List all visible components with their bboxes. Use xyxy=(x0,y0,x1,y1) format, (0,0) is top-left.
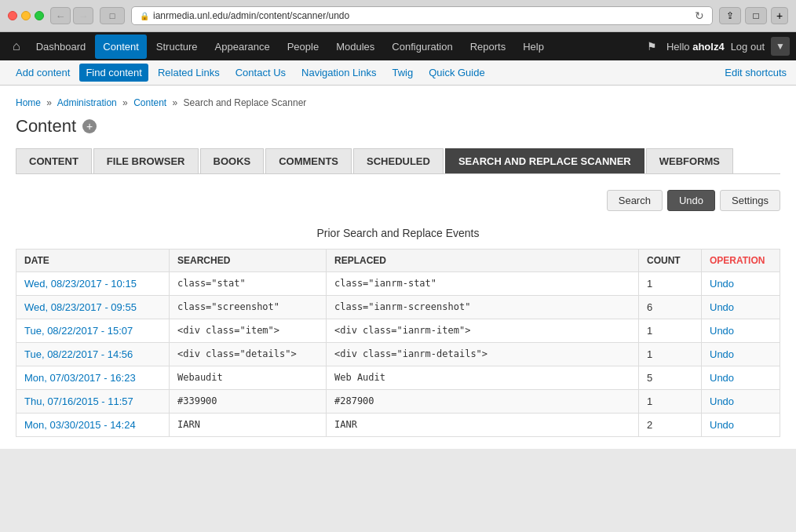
cell-date: Thu, 07/16/2015 - 11:57 xyxy=(16,390,170,414)
cell-replaced: #287900 xyxy=(327,390,639,414)
nav-item-structure[interactable]: Structure xyxy=(148,35,206,59)
nav-item-configuration[interactable]: Configuration xyxy=(384,35,460,59)
share-button[interactable]: ⇪ xyxy=(719,7,741,24)
close-button[interactable] xyxy=(8,11,17,20)
cell-searched: class="screenshot" xyxy=(170,296,327,319)
url-bar[interactable]: 🔒 ianrmedia.unl.edu/admin/content/scanne… xyxy=(131,6,713,25)
table-row: Tue, 08/22/2017 - 14:56<div class="detai… xyxy=(16,343,780,366)
tab-scheduled[interactable]: SCHEDULED xyxy=(353,148,444,173)
cell-date: Wed, 08/23/2017 - 09:55 xyxy=(16,296,170,319)
col-replaced-header: REPLACED xyxy=(327,250,639,272)
lock-icon: 🔒 xyxy=(140,12,149,20)
table-title: Prior Search and Replace Events xyxy=(16,227,780,239)
breadcrumb-current: Search and Replace Scanner xyxy=(184,97,307,108)
undo-link[interactable]: Undo xyxy=(710,325,734,337)
cell-date: Wed, 08/23/2017 - 10:15 xyxy=(16,272,170,296)
undo-link[interactable]: Undo xyxy=(710,419,734,431)
content-tabs: CONTENT FILE BROWSER BOOKS COMMENTS SCHE… xyxy=(16,148,780,174)
nav-buttons: ← → xyxy=(50,7,93,24)
back-button[interactable]: ← xyxy=(50,7,71,24)
cell-searched: <div class="item"> xyxy=(170,319,327,343)
url-text: ianrmedia.unl.edu/admin/content/scanner/… xyxy=(153,10,691,21)
tab-webforms[interactable]: WEBFORMS xyxy=(646,148,733,173)
tab-books[interactable]: BOOKS xyxy=(200,148,265,173)
secondary-nav: Add content Find content Related Links C… xyxy=(0,60,796,86)
cell-operation: Undo xyxy=(702,343,780,366)
undo-link[interactable]: Undo xyxy=(710,278,734,290)
tab-content[interactable]: CONTENT xyxy=(16,148,92,173)
cell-searched: IARN xyxy=(170,414,327,437)
undo-button[interactable]: Undo xyxy=(667,190,715,211)
cell-searched: #339900 xyxy=(170,390,327,414)
col-count-header: COUNT xyxy=(639,250,702,272)
cell-replaced: IANR xyxy=(327,414,639,437)
tab-file-browser[interactable]: FILE BROWSER xyxy=(93,148,199,173)
search-button[interactable]: Search xyxy=(607,190,663,211)
breadcrumb-content[interactable]: Content xyxy=(133,97,166,108)
table-row: Wed, 08/23/2017 - 09:55class="screenshot… xyxy=(16,296,780,319)
add-content-plus-icon[interactable]: + xyxy=(82,119,97,133)
undo-link[interactable]: Undo xyxy=(710,395,734,407)
cell-count: 1 xyxy=(639,343,702,366)
admin-nav-bar: ⌂ Dashboard Content Structure Appearance… xyxy=(0,32,796,60)
page-title-row: Content + xyxy=(16,116,780,137)
table-row: Wed, 08/23/2017 - 10:15class="stat"class… xyxy=(16,272,780,296)
sec-nav-navigation-links[interactable]: Navigation Links xyxy=(295,64,382,82)
cell-count: 5 xyxy=(639,366,702,390)
minimize-button[interactable] xyxy=(21,11,31,20)
breadcrumb-home[interactable]: Home xyxy=(16,97,41,108)
breadcrumb: Home » Administration » Content » Search… xyxy=(16,97,780,108)
page-content: Home » Administration » Content » Search… xyxy=(0,86,796,449)
cell-count: 2 xyxy=(639,414,702,437)
action-buttons-row: Search Undo Settings xyxy=(16,190,780,211)
new-tab-button[interactable]: □ xyxy=(745,7,767,24)
nav-item-modules[interactable]: Modules xyxy=(328,35,382,59)
cell-replaced: Web Audit xyxy=(327,366,639,390)
nav-item-dashboard[interactable]: Dashboard xyxy=(28,35,94,59)
table-row: Mon, 07/03/2017 - 16:23WebauditWeb Audit… xyxy=(16,366,780,390)
sec-nav-contact-us[interactable]: Contact Us xyxy=(229,64,292,82)
reload-icon[interactable]: ↻ xyxy=(695,9,704,22)
cell-operation: Undo xyxy=(702,390,780,414)
undo-link[interactable]: Undo xyxy=(710,348,734,360)
tab-comments[interactable]: COMMENTS xyxy=(265,148,352,173)
sec-nav-related-links[interactable]: Related Links xyxy=(152,64,226,82)
nav-item-appearance[interactable]: Appearance xyxy=(207,35,278,59)
cell-count: 1 xyxy=(639,272,702,296)
breadcrumb-admin[interactable]: Administration xyxy=(57,97,117,108)
nav-item-content[interactable]: Content xyxy=(95,35,147,59)
nav-item-help[interactable]: Help xyxy=(515,35,552,59)
maximize-button[interactable] xyxy=(35,11,44,20)
plus-tab-button[interactable]: + xyxy=(771,7,788,24)
home-nav-item[interactable]: ⌂ xyxy=(6,39,27,53)
window-resize-button[interactable]: □ xyxy=(100,7,125,24)
forward-button[interactable]: → xyxy=(73,7,93,24)
cell-date: Tue, 08/22/2017 - 14:56 xyxy=(16,343,170,366)
nav-item-people[interactable]: People xyxy=(279,35,327,59)
col-date-header: DATE xyxy=(16,250,170,272)
sec-nav-twig[interactable]: Twig xyxy=(385,64,419,82)
sec-nav-find-content[interactable]: Find content xyxy=(79,64,148,82)
undo-link[interactable]: Undo xyxy=(710,301,734,313)
nav-item-reports[interactable]: Reports xyxy=(462,35,514,59)
sec-nav-add-content[interactable]: Add content xyxy=(9,64,76,82)
logout-link[interactable]: Log out xyxy=(731,41,765,53)
breadcrumb-sep-1: » xyxy=(46,97,52,108)
tab-search-replace-scanner[interactable]: SEARCH AND REPLACE SCANNER xyxy=(445,148,644,173)
undo-link[interactable]: Undo xyxy=(710,372,734,384)
settings-button[interactable]: Settings xyxy=(720,190,780,211)
edit-shortcuts-link[interactable]: Edit shortcuts xyxy=(725,67,787,78)
cell-operation: Undo xyxy=(702,272,780,296)
sec-nav-quick-guide[interactable]: Quick Guide xyxy=(422,64,491,82)
col-operation-header: OPERATION xyxy=(702,250,780,272)
cell-replaced: <div class="ianrm-item"> xyxy=(327,319,639,343)
cell-count: 1 xyxy=(639,390,702,414)
cell-date: Mon, 07/03/2017 - 16:23 xyxy=(16,366,170,390)
cell-operation: Undo xyxy=(702,319,780,343)
hello-text: Hello aholz4 xyxy=(666,41,725,53)
cell-operation: Undo xyxy=(702,366,780,390)
notification-icon[interactable]: ⚑ xyxy=(644,40,660,53)
cell-replaced: <div class="ianrm-details"> xyxy=(327,343,639,366)
col-searched-header: SEARCHED xyxy=(170,250,327,272)
admin-menu-button[interactable]: ▼ xyxy=(771,37,790,56)
